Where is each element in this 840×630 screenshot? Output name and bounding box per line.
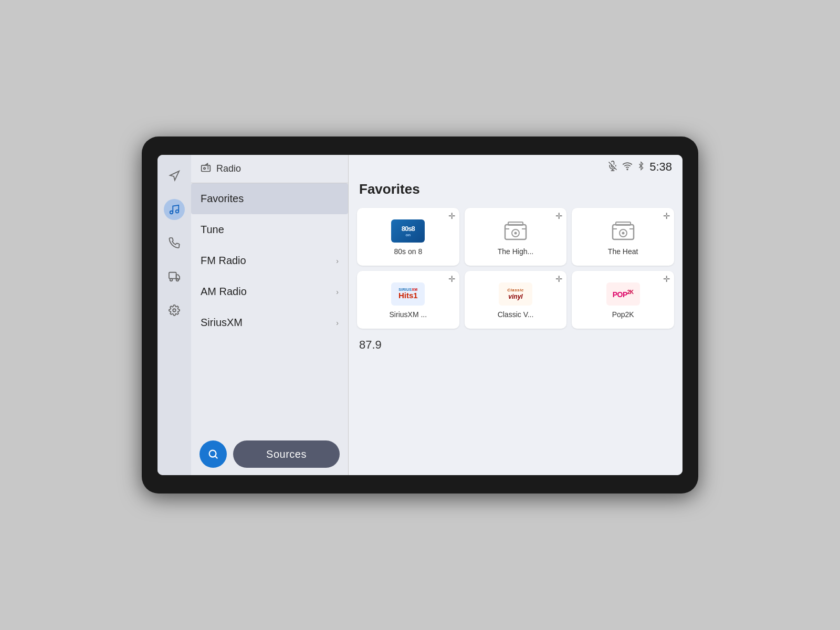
sources-button[interactable]: Sources bbox=[233, 440, 340, 468]
fav-card-name-80s: 80s on 8 bbox=[394, 247, 422, 256]
svg-rect-18 bbox=[508, 222, 523, 225]
main-layout: Radio Favorites Tune FM Radio › AM Radio bbox=[158, 155, 682, 475]
sidebar-item-fm-radio[interactable]: FM Radio › bbox=[191, 245, 348, 276]
svg-point-26 bbox=[622, 232, 624, 235]
svg-point-5 bbox=[170, 211, 173, 214]
logo-the-high bbox=[497, 218, 534, 244]
sidebar: Radio Favorites Tune FM Radio › AM Radio bbox=[191, 155, 349, 475]
sidebar-item-tune[interactable]: Tune bbox=[191, 214, 348, 245]
add-icon-siriusxm: ✛ bbox=[448, 274, 455, 284]
sidebar-item-am-radio[interactable]: AM Radio › bbox=[191, 276, 348, 307]
add-icon-80s: ✛ bbox=[448, 211, 455, 221]
add-icon-heat: ✛ bbox=[663, 211, 670, 221]
add-icon-vinyl: ✛ bbox=[555, 274, 562, 284]
content-title: Favorites bbox=[359, 181, 420, 197]
nav-settings[interactable] bbox=[164, 300, 185, 321]
logo-80s-on-8: 80s8 on bbox=[390, 218, 426, 244]
logo-classic-vinyl: Classic vinyl bbox=[497, 281, 534, 307]
sidebar-items: Favorites Tune FM Radio › AM Radio › Sir bbox=[191, 183, 348, 433]
fav-card-classic-vinyl[interactable]: ✛ Classic vinyl Classic V... bbox=[465, 271, 567, 329]
nav-navigation[interactable] bbox=[164, 165, 185, 186]
favorites-grid: ✛ 80s8 on 80s on 8 bbox=[349, 203, 682, 334]
car-bezel: 5:38 bbox=[142, 136, 698, 494]
fav-card-siriusxm[interactable]: ✛ SIRIUSXM Hits1 SiriusXM ... bbox=[357, 271, 459, 329]
sidebar-header: Radio bbox=[191, 155, 348, 183]
sidebar-bottom: Sources bbox=[191, 433, 348, 475]
status-bar: 5:38 bbox=[597, 155, 682, 179]
nav-phone[interactable] bbox=[164, 233, 185, 254]
sidebar-header-title: Radio bbox=[216, 163, 241, 174]
svg-rect-7 bbox=[169, 272, 176, 279]
svg-point-3 bbox=[627, 169, 628, 170]
nav-car[interactable] bbox=[164, 266, 185, 287]
fav-card-name-pop2k: Pop2K bbox=[612, 310, 634, 319]
sidebar-item-favorites[interactable]: Favorites bbox=[191, 183, 348, 214]
fav-card-the-high[interactable]: ✛ The High... bbox=[465, 208, 567, 266]
svg-point-12 bbox=[204, 167, 205, 169]
svg-point-20 bbox=[514, 232, 517, 235]
content-area: Favorites ✛ 80s8 on bbox=[349, 155, 682, 475]
logo-the-heat bbox=[605, 218, 642, 244]
fav-card-the-heat[interactable]: ✛ The Heat bbox=[572, 208, 674, 266]
fav-card-name-high: The High... bbox=[498, 247, 533, 256]
sidebar-item-siriusxm[interactable]: SiriusXM › bbox=[191, 307, 348, 338]
svg-point-6 bbox=[176, 210, 179, 213]
add-icon-pop2k: ✛ bbox=[663, 274, 670, 284]
svg-point-9 bbox=[176, 279, 179, 281]
svg-line-16 bbox=[215, 456, 217, 458]
add-icon-high: ✛ bbox=[555, 211, 562, 221]
fav-card-name-siriusxm: SiriusXM ... bbox=[390, 310, 427, 319]
bluetooth-icon bbox=[637, 161, 645, 173]
fm-radio-chevron: › bbox=[336, 257, 339, 265]
now-playing: 87.9 bbox=[349, 334, 682, 356]
siriusxm-chevron: › bbox=[336, 319, 339, 327]
fav-card-name-vinyl: Classic V... bbox=[498, 310, 534, 319]
fav-card-pop2k[interactable]: ✛ POP2K Pop2K bbox=[572, 271, 674, 329]
am-radio-chevron: › bbox=[336, 288, 339, 296]
svg-point-15 bbox=[209, 450, 216, 457]
screen: 5:38 bbox=[158, 155, 682, 475]
status-time: 5:38 bbox=[649, 160, 672, 174]
fav-card-name-heat: The Heat bbox=[608, 247, 638, 256]
search-button[interactable] bbox=[200, 440, 227, 468]
logo-siriusxm-hits1: SIRIUSXM Hits1 bbox=[390, 281, 426, 307]
fav-card-80s-on-8[interactable]: ✛ 80s8 on 80s on 8 bbox=[357, 208, 459, 266]
svg-point-10 bbox=[173, 309, 176, 312]
logo-pop2k: POP2K bbox=[605, 281, 642, 307]
svg-rect-24 bbox=[616, 222, 631, 225]
nav-music[interactable] bbox=[164, 199, 185, 220]
mute-icon bbox=[607, 161, 618, 173]
wifi-icon bbox=[622, 161, 633, 173]
radio-header-icon bbox=[201, 162, 211, 175]
svg-point-8 bbox=[170, 279, 173, 281]
left-nav bbox=[158, 155, 191, 475]
svg-marker-4 bbox=[170, 171, 179, 180]
